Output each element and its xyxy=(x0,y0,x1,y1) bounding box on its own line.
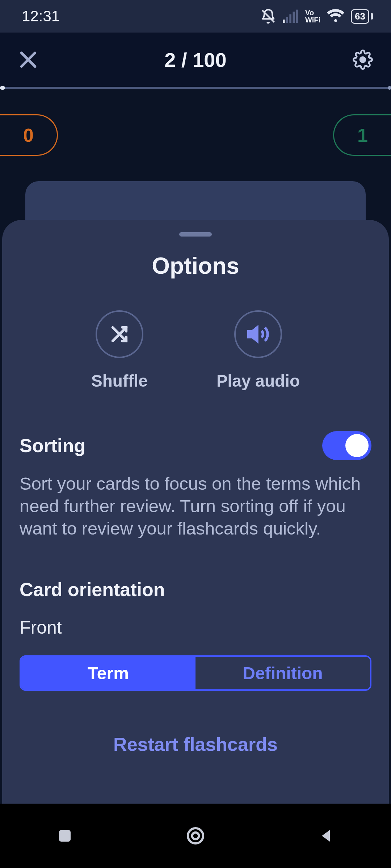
sorting-description: Sort your cards to focus on the terms wh… xyxy=(20,472,371,540)
definition-label: Definition xyxy=(243,663,323,683)
status-time: 12:31 xyxy=(22,8,60,25)
gear-icon[interactable] xyxy=(353,50,373,70)
system-nav-bar xyxy=(0,804,391,868)
play-audio-label: Play audio xyxy=(216,371,300,391)
mute-icon xyxy=(260,8,276,24)
status-bar: 12:31 VoWiFi 63 xyxy=(0,0,391,33)
term-button[interactable]: Term xyxy=(21,657,196,689)
options-sheet: Options Shuffle Play audio Sorting xyxy=(2,220,389,804)
score-row: 0 1 xyxy=(0,114,391,156)
svg-marker-13 xyxy=(248,327,257,341)
battery-pct: 63 xyxy=(355,11,365,22)
quick-options-row: Shuffle Play audio xyxy=(20,310,371,391)
home-button[interactable] xyxy=(185,826,206,846)
restart-label: Restart flashcards xyxy=(113,734,278,755)
shuffle-option[interactable]: Shuffle xyxy=(91,310,148,391)
play-audio-icon xyxy=(247,323,270,346)
score-left-value: 0 xyxy=(23,124,34,146)
svg-rect-5 xyxy=(296,10,298,23)
sorting-toggle[interactable] xyxy=(322,431,371,460)
svg-rect-14 xyxy=(59,830,71,842)
progress-fill xyxy=(0,86,5,90)
status-indicators: VoWiFi 63 xyxy=(260,8,373,24)
sheet-title: Options xyxy=(20,252,371,279)
definition-button[interactable]: Definition xyxy=(196,657,370,689)
app-header: 2 / 100 xyxy=(0,33,391,87)
score-left-pill: 0 xyxy=(0,114,58,156)
recents-button[interactable] xyxy=(56,827,73,844)
shuffle-label: Shuffle xyxy=(91,371,148,391)
back-button[interactable] xyxy=(318,827,335,844)
front-label: Front xyxy=(20,617,371,638)
score-right-value: 1 xyxy=(357,124,368,146)
svg-marker-17 xyxy=(322,830,330,842)
battery-icon: 63 xyxy=(351,9,369,24)
svg-rect-4 xyxy=(293,12,295,23)
svg-point-16 xyxy=(192,833,199,839)
sorting-heading: Sorting xyxy=(20,435,85,456)
score-right-pill: 1 xyxy=(333,114,391,156)
shuffle-icon xyxy=(108,323,131,346)
svg-rect-1 xyxy=(283,20,285,23)
sheet-grabber[interactable] xyxy=(179,232,212,237)
play-audio-option[interactable]: Play audio xyxy=(216,310,300,391)
close-icon[interactable] xyxy=(18,50,38,70)
vowifi-icon: VoWiFi xyxy=(305,9,320,24)
restart-flashcards-button[interactable]: Restart flashcards xyxy=(20,733,371,755)
progress-bar xyxy=(0,87,391,89)
term-label: Term xyxy=(88,663,129,683)
svg-rect-2 xyxy=(286,17,288,23)
toggle-knob xyxy=(345,434,369,457)
card-orientation-heading: Card orientation xyxy=(20,579,371,600)
progress-counter: 2 / 100 xyxy=(164,48,226,72)
svg-point-8 xyxy=(360,57,365,62)
sorting-row: Sorting xyxy=(20,431,371,460)
orientation-segmented: Term Definition xyxy=(20,655,371,691)
svg-point-15 xyxy=(188,828,203,843)
wifi-icon xyxy=(327,9,344,24)
svg-rect-3 xyxy=(289,14,291,23)
signal-icon xyxy=(283,9,299,24)
